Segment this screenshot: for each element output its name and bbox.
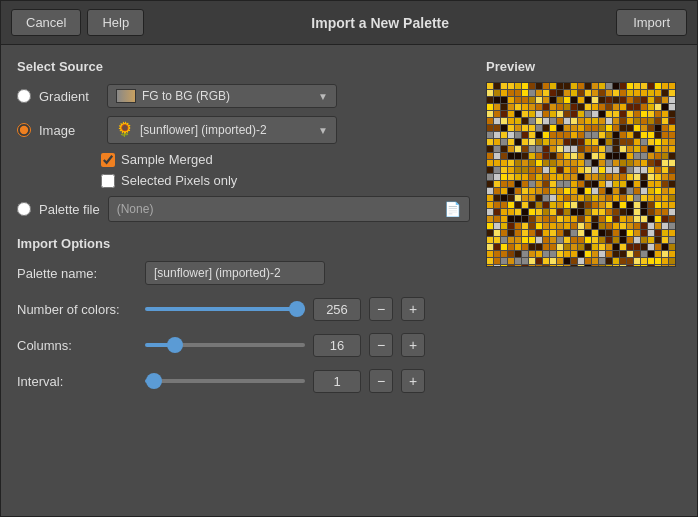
columns-value: 16 <box>313 334 361 357</box>
interval-value: 1 <box>313 370 361 393</box>
gradient-dropdown-arrow: ▼ <box>318 91 328 102</box>
selected-pixels-checkbox[interactable] <box>101 174 115 188</box>
import-options-label: Import Options <box>17 236 470 251</box>
gradient-value: FG to BG (RGB) <box>142 89 230 103</box>
image-radio[interactable] <box>17 123 31 137</box>
image-sub-options: Sample Merged Selected Pixels only <box>101 152 470 188</box>
image-row: Image 🌻 [sunflower] (imported)-2 ▼ <box>17 116 470 144</box>
file-icon: 📄 <box>444 201 461 217</box>
palette-file-label: Palette file <box>39 202 100 217</box>
sample-merged-label: Sample Merged <box>121 152 213 167</box>
preview-canvas <box>487 83 676 267</box>
palette-name-row: Palette name: <box>17 261 470 285</box>
palette-name-label: Palette name: <box>17 266 137 281</box>
sample-merged-checkbox[interactable] <box>101 153 115 167</box>
num-colors-row: Number of colors: 256 − + <box>17 297 470 321</box>
interval-decrease[interactable]: − <box>369 369 393 393</box>
dialog-body: Select Source Gradient FG to BG (RGB) ▼ … <box>1 45 697 516</box>
image-label: Image <box>39 123 99 138</box>
num-colors-increase[interactable]: + <box>401 297 425 321</box>
preview-label: Preview <box>486 59 681 74</box>
dialog-title: Import a New Palette <box>152 15 608 31</box>
num-colors-label: Number of colors: <box>17 302 137 317</box>
gradient-radio[interactable] <box>17 89 31 103</box>
num-colors-decrease[interactable]: − <box>369 297 393 321</box>
columns-decrease[interactable]: − <box>369 333 393 357</box>
interval-label: Interval: <box>17 374 137 389</box>
gradient-label: Gradient <box>39 89 99 104</box>
columns-label: Columns: <box>17 338 137 353</box>
interval-increase[interactable]: + <box>401 369 425 393</box>
preview-image <box>486 82 676 267</box>
palette-file-radio[interactable] <box>17 202 31 216</box>
image-dropdown-arrow: ▼ <box>318 125 328 136</box>
gradient-swatch <box>116 89 136 103</box>
gradient-dropdown[interactable]: FG to BG (RGB) ▼ <box>107 84 337 108</box>
title-bar-buttons: Cancel Help <box>11 9 144 36</box>
columns-slider[interactable] <box>145 343 305 347</box>
left-panel: Select Source Gradient FG to BG (RGB) ▼ … <box>17 59 470 502</box>
image-value: [sunflower] (imported)-2 <box>140 123 267 137</box>
palette-name-input[interactable] <box>145 261 325 285</box>
gradient-row: Gradient FG to BG (RGB) ▼ <box>17 84 470 108</box>
cancel-button[interactable]: Cancel <box>11 9 81 36</box>
interval-slider[interactable] <box>145 379 305 383</box>
num-colors-value: 256 <box>313 298 361 321</box>
sample-merged-row: Sample Merged <box>101 152 470 167</box>
palette-file-input[interactable]: (None) 📄 <box>108 196 470 222</box>
help-button[interactable]: Help <box>87 9 144 36</box>
palette-file-placeholder: (None) <box>117 202 154 216</box>
import-button[interactable]: Import <box>616 9 687 36</box>
interval-row: Interval: 1 − + <box>17 369 470 393</box>
source-section-label: Select Source <box>17 59 470 74</box>
image-dropdown[interactable]: 🌻 [sunflower] (imported)-2 ▼ <box>107 116 337 144</box>
preview-panel: Preview <box>486 59 681 502</box>
title-bar: Cancel Help Import a New Palette Import <box>1 1 697 45</box>
selected-pixels-label: Selected Pixels only <box>121 173 237 188</box>
selected-pixels-row: Selected Pixels only <box>101 173 470 188</box>
columns-row: Columns: 16 − + <box>17 333 470 357</box>
sunflower-icon: 🌻 <box>116 121 134 139</box>
columns-increase[interactable]: + <box>401 333 425 357</box>
palette-file-row: Palette file (None) 📄 <box>17 196 470 222</box>
num-colors-slider[interactable] <box>145 307 305 311</box>
import-options: Import Options Palette name: Number of c… <box>17 236 470 393</box>
source-section: Select Source Gradient FG to BG (RGB) ▼ … <box>17 59 470 222</box>
